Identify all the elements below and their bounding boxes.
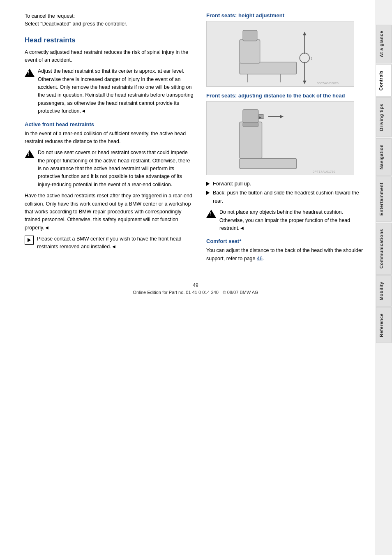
active-front-subtitle: Active front head restraints [25,121,194,127]
left-column: To cancel the request: Select "Deactivat… [25,12,194,266]
cancel-line2: Select "Deactivated" and press the contr… [25,20,194,28]
bullet-arrow-2 [206,191,210,195]
warning-triangle-2 [25,150,35,158]
seat-distance-image: ▶ 0PT17AL01795 [206,101,354,175]
seat-height-image: ↕ 0607AG/00026 [206,21,354,87]
comfort-seat-title: Comfort seat* [206,238,367,244]
warning-icon-2 [25,149,35,159]
bullet-back: Back: push the button and slide the head… [206,189,367,205]
page-footer: 49 Online Edition for Part no. 01 41 0 0… [25,278,367,295]
warning-text-2: Do not use seat covers or head restraint… [38,149,194,189]
page-number: 49 [25,282,367,288]
comfort-seat-page-ref[interactable]: 46 [257,256,263,261]
sidebar: At a glance Controls Driving tips Naviga… [375,0,392,555]
comfort-seat-period: . [263,256,264,261]
svg-text:0607AG/00026: 0607AG/00026 [317,81,339,85]
comfort-seat-text: You can adjust the distance to the back … [206,247,367,263]
svg-rect-12 [240,122,262,158]
svg-rect-3 [243,30,257,41]
bullet-text-forward: Forward: pull up. [213,180,251,188]
warning-block-3: Do not place any objects behind the head… [206,208,367,232]
warning-text-1: Adjust the head restraint so that its ce… [38,67,194,115]
sidebar-tab-communications[interactable]: Communications [376,223,392,275]
info-arrow-shape [28,238,31,242]
svg-text:0PT17AL01795: 0PT17AL01795 [313,170,336,173]
svg-text:▶: ▶ [259,116,262,119]
cancel-line1: To cancel the request: [25,12,194,20]
head-restraints-title: Head restraints [25,36,194,44]
active-front-para2: Have the active head restraints reset af… [25,192,194,232]
svg-rect-19 [240,158,296,169]
right-column: Front seats: height adjustment [206,12,367,266]
sidebar-tab-controls[interactable]: Controls [376,64,392,97]
warning-icon-3 [206,209,216,219]
sidebar-tab-mobility[interactable]: Mobility [376,275,392,307]
active-front-para1: In the event of a rear-end collision of … [25,130,194,146]
front-seats-distance-title: Front seats: adjusting distance to the b… [206,92,367,99]
warning-triangle-3 [206,210,216,218]
svg-rect-13 [243,110,258,123]
head-restraints-intro: A correctly adjusted head restraint redu… [25,49,194,65]
warning-block-1: Adjust the head restraint so that its ce… [25,67,194,115]
sidebar-tab-entertainment[interactable]: Entertainment [376,176,392,222]
warning-text-3: Do not place any objects behind the head… [219,208,367,232]
info-text-1: Please contact a BMW center if you wish … [37,235,194,251]
sidebar-tab-driving-tips[interactable]: Driving tips [376,97,392,137]
svg-rect-14 [243,123,258,127]
cancel-request: To cancel the request: Select "Deactivat… [25,12,194,28]
svg-rect-2 [240,39,260,63]
warning-icon-1 [25,68,35,78]
warning-triangle-1 [25,69,35,77]
sidebar-tab-reference[interactable]: Reference [376,307,392,343]
bullet-arrow-1 [206,182,210,186]
bullet-forward: Forward: pull up. [206,180,367,188]
warning-block-2: Do not use seat covers or head restraint… [25,149,194,189]
front-seats-height-title: Front seats: height adjustment [206,12,367,18]
footer-text: Online Edition for Part no. 01 41 0 014 … [25,290,367,295]
comfort-seat-text-span: You can adjust the distance to the back … [206,247,363,261]
bullet-text-back: Back: push the button and slide the head… [213,189,367,205]
info-block-1: Please contact a BMW center if you wish … [25,235,194,251]
sidebar-tab-navigation[interactable]: Navigation [376,138,392,176]
svg-rect-1 [240,62,296,74]
info-arrow-icon-1 [25,236,34,245]
svg-text:↕: ↕ [311,56,313,60]
sidebar-tab-at-a-glance[interactable]: At a glance [376,25,392,63]
